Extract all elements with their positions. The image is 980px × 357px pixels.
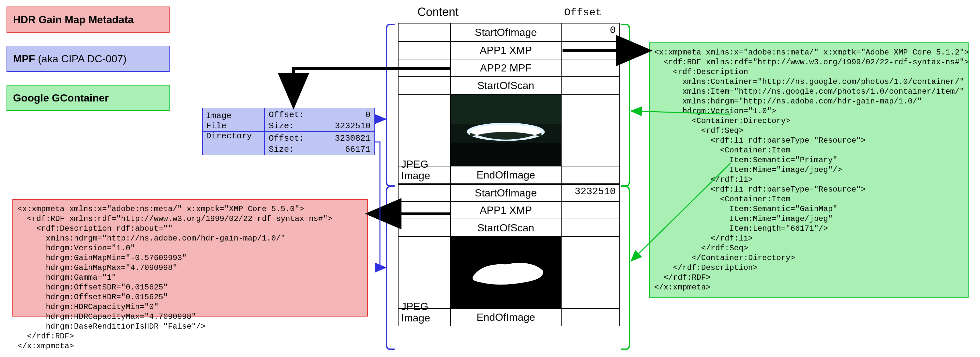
- ifd1-offset: 3230821: [335, 133, 371, 144]
- cell-startofscan-1: StartOfScan: [451, 77, 562, 94]
- ifd1-size-label: Size:: [269, 144, 294, 155]
- ifd0-offset-label: Offset:: [269, 110, 304, 121]
- cell-endofimage-1: EndOfImage: [451, 166, 562, 183]
- cell-startofimage-2: StartOfImage: [451, 185, 562, 201]
- cell-app2-mpf: APP2 MPF: [451, 59, 562, 76]
- row-jpeg2-eoi: JPEG Image EndOfImage: [399, 308, 619, 326]
- cell-offset-1: 0: [562, 24, 619, 41]
- label-jpeg1: JPEG Image: [399, 166, 451, 183]
- ifd-entry-1: Offset:3230821 Size:66171: [203, 131, 374, 155]
- row-jpeg1-sos: StartOfScan: [399, 76, 619, 94]
- ifd-title: Image File Directory: [203, 108, 265, 131]
- svg-rect-2: [451, 143, 561, 166]
- primary-image-preview: [451, 95, 562, 166]
- row-jpeg2-sos: StartOfScan: [399, 218, 619, 236]
- legend-blue-rest: (aka CIPA DC-007): [35, 53, 127, 65]
- xmp-hdrgm-panel: <x:xmpmeta xmlns:x="adobe:ns:meta/" x:xm…: [13, 199, 368, 317]
- row-jpeg1-soi: StartOfImage 0: [399, 24, 619, 41]
- header-offset: Offset: [564, 6, 602, 19]
- cell-offset-2: 3232510: [562, 185, 619, 201]
- row-jpeg1-image: [399, 94, 619, 166]
- ifd1-size: 66171: [345, 144, 371, 155]
- cell-app1-xmp-2: APP1 XMP: [451, 202, 562, 218]
- row-jpeg2-soi: StartOfImage 3232510: [399, 183, 619, 201]
- row-jpeg1-eoi: JPEG Image EndOfImage: [399, 166, 619, 183]
- mpf-ifd-table: Image File Directory Offset:0 Size:32325…: [202, 108, 375, 155]
- header-content: Content: [417, 5, 458, 19]
- cell-startofimage-1: StartOfImage: [451, 24, 562, 41]
- ifd0-size-label: Size:: [269, 121, 294, 132]
- ifd-entry-0: Image File Directory Offset:0 Size:32325…: [203, 108, 374, 131]
- cell-app1-xmp-1: APP1 XMP: [451, 42, 562, 59]
- legend-mpf: MPF (aka CIPA DC-007): [6, 46, 170, 72]
- svg-rect-1: [451, 95, 561, 124]
- xmp-gcontainer-panel: <x:xmpmeta xmlns:x="adobe:ns:meta/" x:xm…: [649, 42, 969, 298]
- cell-endofimage-2: EndOfImage: [451, 309, 562, 326]
- legend-google-gcontainer: Google GContainer: [6, 85, 170, 111]
- legend-hdr-gain-map: HDR Gain Map Metadata: [6, 6, 170, 33]
- cell-startofscan-2: StartOfScan: [451, 219, 562, 236]
- ifd1-offset-label: Offset:: [269, 133, 304, 144]
- ifd0-size: 3232510: [335, 121, 371, 132]
- label-jpeg2: JPEG Image: [399, 309, 451, 326]
- gainmap-image-preview: [451, 237, 562, 308]
- legend-blue-bold: MPF: [13, 53, 35, 65]
- row-jpeg2-image: [399, 236, 619, 308]
- row-jpeg1-app1: APP1 XMP: [399, 41, 619, 59]
- ifd0-offset: 0: [365, 110, 371, 121]
- row-jpeg2-app1: APP1 XMP: [399, 201, 619, 218]
- legend-green-label: Google GContainer: [13, 92, 108, 104]
- jpeg-structure-table: StartOfImage 0 APP1 XMP APP2 MPF StartOf…: [398, 23, 620, 326]
- legend-red-label: HDR Gain Map Metadata: [13, 14, 134, 26]
- row-jpeg1-app2: APP2 MPF: [399, 59, 619, 76]
